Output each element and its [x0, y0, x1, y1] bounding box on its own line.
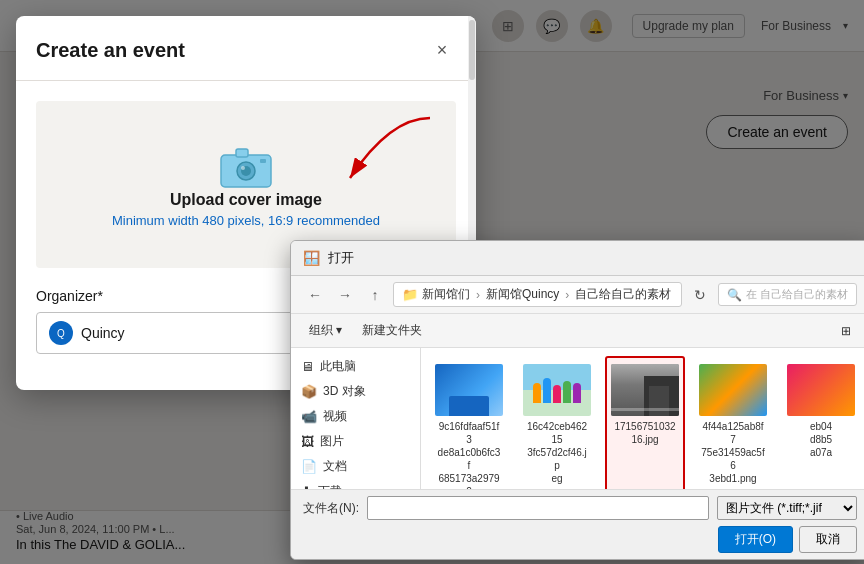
upload-title: Upload cover image: [170, 191, 322, 209]
new-folder-button[interactable]: 新建文件夹: [356, 320, 428, 341]
organize-toolbar: 组织 ▾ 新建文件夹 ⊞: [291, 314, 864, 348]
folder-item-pictures[interactable]: 🖼 图片: [291, 429, 420, 454]
file-thumb-1: [435, 364, 503, 416]
file-open-dialog: 🪟 打开 ← → ↑ 📁 新闻馆们 › 新闻馆Quincy › 自己给自己的素材…: [290, 240, 864, 560]
filename-label: 文件名(N):: [303, 500, 359, 517]
open-button[interactable]: 打开(O): [718, 526, 793, 553]
folder-label: 此电脑: [320, 358, 356, 375]
path-sep2: ›: [565, 288, 569, 302]
folder-label: 文档: [323, 458, 347, 475]
file-thumb-5: [787, 364, 855, 416]
path-part3: 自己给自己的素材: [575, 286, 671, 303]
file-item-2[interactable]: 16c42ceb462153fc57d2cf46.jpeg: [517, 356, 597, 489]
svg-rect-4: [260, 159, 266, 163]
organize-button[interactable]: 组织 ▾: [303, 320, 348, 341]
back-button[interactable]: ←: [303, 283, 327, 307]
file-dialog-toolbar: ← → ↑ 📁 新闻馆们 › 新闻馆Quincy › 自己给自己的素材 ↻ 🔍 …: [291, 276, 864, 314]
organizer-name: Quincy: [81, 325, 125, 341]
folder-label: 图片: [320, 433, 344, 450]
file-dialog-titlebar: 🪟 打开: [291, 241, 864, 276]
modal-header: Create an event ×: [16, 16, 476, 81]
file-name-2: 16c42ceb462153fc57d2cf46.jpeg: [525, 420, 589, 485]
3d-icon: 📦: [301, 384, 317, 399]
folder-item-docs[interactable]: 📄 文档: [291, 454, 420, 479]
modal-scrollbar-thumb: [469, 20, 475, 80]
filetype-select[interactable]: 图片文件 (*.tiff;*.jif: [717, 496, 857, 520]
file-name-4: 4f44a125ab8f775e31459ac5f63ebd1.png: [701, 420, 765, 485]
file-dialog-bottom: 文件名(N): 图片文件 (*.tiff;*.jif 打开(O) 取消: [291, 489, 864, 559]
folder-label: 3D 对象: [323, 383, 366, 400]
file-name-3: 1715675103216.jpg: [613, 420, 677, 446]
video-icon: 📹: [301, 409, 317, 424]
search-box[interactable]: 🔍 在 自己给自己的素材: [718, 283, 857, 306]
file-thumb-3: [611, 364, 679, 416]
path-part2: 新闻馆Quincy: [486, 286, 559, 303]
file-name-5: eb04d8b5a07a: [810, 420, 832, 459]
forward-button[interactable]: →: [333, 283, 357, 307]
file-item-5[interactable]: eb04d8b5a07a: [781, 356, 861, 489]
folder-item-video[interactable]: 📹 视频: [291, 404, 420, 429]
folder-item-downloads[interactable]: ⬇ 下载: [291, 479, 420, 489]
file-name-1: 9c16fdfaaf51f3de8a1c0b6fc3f685173a29792b…: [437, 420, 501, 489]
path-bar[interactable]: 📁 新闻馆们 › 新闻馆Quincy › 自己给自己的素材: [393, 282, 682, 307]
file-thumb-4: [699, 364, 767, 416]
path-folder-icon: 📁: [402, 287, 418, 302]
svg-point-5: [241, 166, 245, 170]
file-dialog-content: 🖥 此电脑 📦 3D 对象 📹 视频 🖼 图片 📄 文档 ⬇ 下载: [291, 348, 864, 489]
modal-title: Create an event: [36, 39, 185, 62]
file-item-1[interactable]: 9c16fdfaaf51f3de8a1c0b6fc3f685173a29792b…: [429, 356, 509, 489]
refresh-button[interactable]: ↻: [688, 283, 712, 307]
upload-subtitle: Minimum width 480 pixels, 16:9 recommend…: [112, 213, 380, 228]
docs-icon: 📄: [301, 459, 317, 474]
folder-tree: 🖥 此电脑 📦 3D 对象 📹 视频 🖼 图片 📄 文档 ⬇ 下载: [291, 348, 421, 489]
path-part1: 新闻馆们: [422, 286, 470, 303]
camera-icon: [216, 141, 276, 191]
file-item-3-selected[interactable]: 1715675103216.jpg: [605, 356, 685, 489]
pictures-icon: 🖼: [301, 434, 314, 449]
up-button[interactable]: ↑: [363, 283, 387, 307]
svg-rect-3: [236, 149, 248, 157]
folder-item-computer[interactable]: 🖥 此电脑: [291, 354, 420, 379]
search-placeholder-text: 在 自己给自己的素材: [746, 287, 848, 302]
file-area: 9c16fdfaaf51f3de8a1c0b6fc3f685173a29792b…: [421, 348, 864, 489]
cancel-button[interactable]: 取消: [799, 526, 857, 553]
modal-close-button[interactable]: ×: [428, 36, 456, 64]
folder-item-3d[interactable]: 📦 3D 对象: [291, 379, 420, 404]
filename-input[interactable]: [367, 496, 709, 520]
organizer-avatar: Q: [49, 321, 73, 345]
computer-icon: 🖥: [301, 359, 314, 374]
view-options-button[interactable]: ⊞: [835, 322, 857, 340]
search-icon: 🔍: [727, 288, 742, 302]
file-item-4[interactable]: 4f44a125ab8f775e31459ac5f63ebd1.png: [693, 356, 773, 489]
file-dialog-title: 打开: [328, 249, 354, 267]
file-thumb-2: [523, 364, 591, 416]
file-dialog-logo-icon: 🪟: [303, 250, 320, 266]
folder-label: 视频: [323, 408, 347, 425]
dialog-buttons: 打开(O) 取消: [303, 526, 857, 553]
filename-row: 文件名(N): 图片文件 (*.tiff;*.jif: [303, 496, 857, 520]
path-sep1: ›: [476, 288, 480, 302]
